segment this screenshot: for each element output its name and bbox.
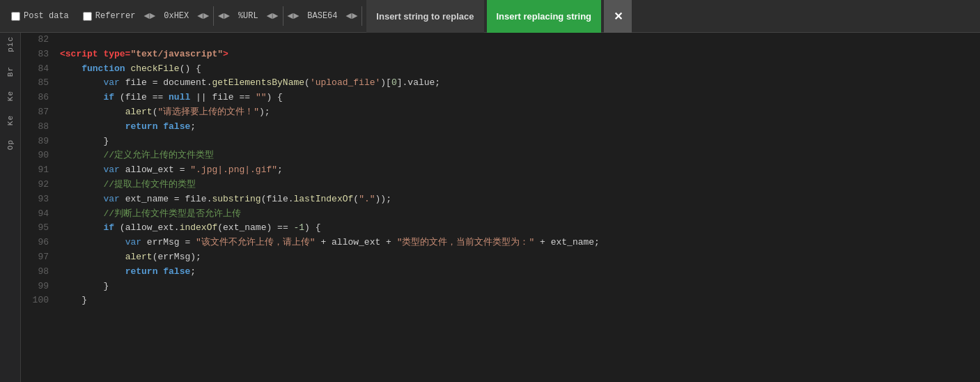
- line-content: return false;: [54, 265, 980, 280]
- table-row: 95 if (allow_ext.indexOf(ext_name) == -1…: [21, 221, 980, 236]
- base64-item[interactable]: BASE64: [302, 8, 343, 24]
- line-content: var ext_name = file.substring(file.lastI…: [54, 192, 980, 207]
- table-row: 88 return false;: [21, 120, 980, 135]
- line-number: 99: [21, 280, 54, 294]
- separator-2: [283, 6, 283, 26]
- line-number: 93: [21, 192, 54, 207]
- table-row: 90 //定义允许上传的文件类型: [21, 148, 980, 163]
- line-content: }: [54, 280, 980, 294]
- line-number: 85: [21, 76, 54, 91]
- table-row: 85 var file = document.getElementsByName…: [21, 76, 980, 91]
- separator-1: [213, 6, 214, 26]
- table-row: 86 if (file == null || file == "") {: [21, 91, 980, 105]
- line-content: return false;: [54, 120, 980, 135]
- table-row: 94 //判断上传文件类型是否允许上传: [21, 207, 980, 222]
- line-number: 90: [21, 148, 54, 163]
- sidebar-label-op[interactable]: Op: [6, 139, 15, 150]
- line-number: 96: [21, 236, 54, 250]
- line-content: alert("请选择要上传的文件！");: [54, 105, 980, 120]
- post-data-label: Post data: [24, 11, 69, 21]
- arrow-1-icon: ◄►: [143, 10, 155, 22]
- line-content: //判断上传文件类型是否允许上传: [54, 207, 980, 222]
- line-number: 95: [21, 221, 54, 236]
- table-row: 92 //提取上传文件的类型: [21, 178, 980, 192]
- main-area: pic Br Ke Ke Op 8283<script type="text/j…: [0, 33, 980, 382]
- table-row: 87 alert("请选择要上传的文件！");: [21, 105, 980, 120]
- table-row: 91 var allow_ext = ".jpg|.png|.gif";: [21, 163, 980, 178]
- table-row: 99 }: [21, 280, 980, 294]
- url-label: %URL: [238, 11, 258, 21]
- table-row: 89 }: [21, 135, 980, 149]
- table-row: 100 }: [21, 293, 980, 308]
- sidebar-label-ke2[interactable]: Ke: [6, 115, 15, 125]
- line-number: 88: [21, 120, 54, 135]
- line-content: }: [54, 293, 980, 308]
- arrow-2-icon: ◄►: [197, 10, 209, 22]
- referrer-label: Referrer: [95, 11, 136, 21]
- post-data-checkbox[interactable]: [11, 12, 20, 21]
- line-number: 86: [21, 91, 54, 105]
- line-number: 84: [21, 62, 54, 77]
- line-number: 100: [21, 293, 54, 308]
- code-table: 8283<script type="text/javascript">84 fu…: [21, 33, 980, 308]
- line-number: 94: [21, 207, 54, 222]
- url-item[interactable]: %URL: [233, 8, 264, 24]
- referrer-item[interactable]: Referrer: [77, 8, 141, 24]
- arrow-4-icon: ◄►: [267, 10, 279, 22]
- line-content: //定义允许上传的文件类型: [54, 148, 980, 163]
- sidebar-label-pic[interactable]: pic: [6, 36, 15, 52]
- line-content: [54, 33, 980, 47]
- table-row: 96 var errMsg = "该文件不允许上传，请上传" + allow_e…: [21, 236, 980, 250]
- line-number: 98: [21, 265, 54, 280]
- arrow-3-icon: ◄►: [218, 10, 230, 22]
- line-number: 83: [21, 47, 54, 62]
- line-number: 82: [21, 33, 54, 47]
- line-number: 91: [21, 163, 54, 178]
- line-content: alert(errMsg);: [54, 250, 980, 265]
- table-row: 98 return false;: [21, 265, 980, 280]
- line-content: var file = document.getElementsByName('u…: [54, 76, 980, 91]
- line-content: if (file == null || file == "") {: [54, 91, 980, 105]
- table-row: 97 alert(errMsg);: [21, 250, 980, 265]
- separator-3: [361, 6, 362, 26]
- close-button[interactable]: ✕: [604, 0, 632, 33]
- line-content: }: [54, 135, 980, 149]
- arrow-6-icon: ◄►: [346, 10, 358, 22]
- hex-label: 0xHEX: [164, 11, 189, 21]
- base64-label: BASE64: [307, 11, 337, 21]
- table-row: 82: [21, 33, 980, 47]
- line-content: var allow_ext = ".jpg|.png|.gif";: [54, 163, 980, 178]
- line-number: 97: [21, 250, 54, 265]
- line-content: if (allow_ext.indexOf(ext_name) == -1) {: [54, 221, 980, 236]
- code-editor[interactable]: 8283<script type="text/javascript">84 fu…: [21, 33, 980, 382]
- insert-replace-button[interactable]: Insert string to replace: [366, 0, 483, 33]
- post-data-item[interactable]: Post data: [6, 8, 75, 24]
- left-sidebar: pic Br Ke Ke Op: [0, 33, 21, 382]
- line-content: function checkFile() {: [54, 62, 980, 77]
- insert-replacing-button[interactable]: Insert replacing string: [487, 0, 602, 33]
- line-content: <script type="text/javascript">: [54, 47, 980, 62]
- line-number: 89: [21, 135, 54, 149]
- line-number: 92: [21, 178, 54, 192]
- referrer-checkbox[interactable]: [83, 12, 92, 21]
- arrow-5-icon: ◄►: [288, 10, 300, 22]
- sidebar-label-ke1[interactable]: Ke: [6, 91, 15, 101]
- sidebar-label-br[interactable]: Br: [6, 66, 15, 77]
- line-content: //提取上传文件的类型: [54, 178, 980, 192]
- hex-item[interactable]: 0xHEX: [158, 8, 194, 24]
- table-row: 83<script type="text/javascript">: [21, 47, 980, 62]
- line-number: 87: [21, 105, 54, 120]
- table-row: 84 function checkFile() {: [21, 62, 980, 77]
- line-content: var errMsg = "该文件不允许上传，请上传" + allow_ext …: [54, 236, 980, 250]
- toolbar: Post data Referrer ◄► 0xHEX ◄► ◄► %URL ◄…: [0, 0, 980, 33]
- table-row: 93 var ext_name = file.substring(file.la…: [21, 192, 980, 207]
